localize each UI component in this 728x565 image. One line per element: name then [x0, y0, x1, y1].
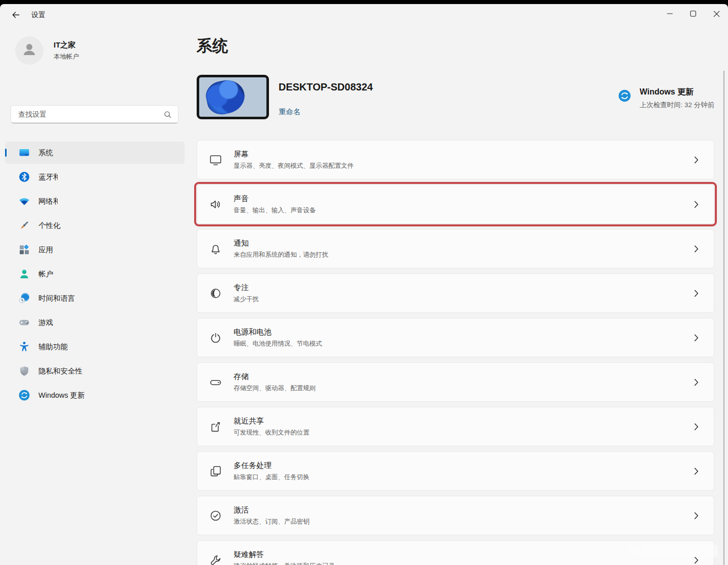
chevron-right-icon: [694, 156, 699, 164]
chevron-right-icon: [694, 201, 699, 208]
sidebar-item-label: 网络和: [38, 197, 58, 206]
storage-icon: [209, 375, 222, 389]
device-thumbnail: [197, 75, 269, 119]
settings-row-storage[interactable]: 存储 存储空间、驱动器、配置规则: [197, 362, 714, 402]
device-name: DESKTOP-SD08324: [279, 81, 373, 93]
settings-row-display[interactable]: 屏幕 显示器、亮度、夜间模式、显示器配置文件: [197, 140, 714, 179]
network-icon: [18, 195, 30, 207]
settings-row-multitasking[interactable]: 多任务处理 贴靠窗口、桌面、任务切换: [197, 451, 714, 491]
chevron-right-icon: [694, 556, 699, 564]
update-title: Windows 更新: [640, 87, 714, 98]
bluetooth-icon: [18, 171, 30, 183]
personalization-icon: [18, 219, 30, 231]
sidebar-item-label: Windows 更新: [38, 391, 85, 400]
chevron-right-icon: [694, 290, 699, 297]
avatar: [15, 36, 43, 65]
activation-icon: [209, 509, 222, 523]
row-subtitle: 睡眠、电池使用情况、节电模式: [234, 340, 694, 348]
row-title: 激活: [234, 505, 694, 515]
row-subtitle: 建议的疑难解答、关注项和历史记录: [234, 562, 694, 565]
row-subtitle: 存储空间、驱动器、配置规则: [234, 384, 694, 393]
sidebar-item-personalization[interactable]: 个性化: [5, 214, 185, 237]
accounts-icon: [18, 268, 30, 280]
row-title: 疑难解答: [234, 550, 694, 559]
chevron-right-icon: [694, 423, 699, 431]
wallpaper-bloom: [203, 77, 248, 117]
settings-row-power[interactable]: 电源和电池 睡眠、电池使用情况、节电模式: [197, 318, 714, 357]
row-subtitle: 音量、输出、输入、声音设备: [234, 206, 694, 215]
user-icon: [21, 41, 38, 60]
row-subtitle: 显示器、亮度、夜间模式、显示器配置文件: [234, 162, 694, 170]
sidebar-nav: 系统 蓝牙和 网络和 个性化 应用 帐户 时间和语言 游戏 辅助功能 隐私和安全…: [5, 142, 185, 408]
search-input[interactable]: [17, 110, 163, 119]
settings-window: 设置 IT之家 本地帐户: [0, 4, 728, 565]
row-title: 通知: [234, 239, 694, 248]
row-title: 多任务处理: [234, 461, 694, 470]
sidebar-item-network[interactable]: 网络和: [5, 190, 185, 212]
row-title: 就近共享: [234, 416, 694, 426]
sidebar-item-time-language[interactable]: 时间和语言: [5, 287, 185, 309]
multitasking-icon: [209, 464, 222, 478]
sidebar-item-bluetooth[interactable]: 蓝牙和: [5, 166, 185, 188]
display-icon: [209, 153, 222, 167]
focus-icon: [209, 287, 222, 300]
settings-row-nearby-sharing[interactable]: 就近共享 可发现性、收到文件的位置: [197, 407, 714, 446]
profile-name: IT之家: [54, 40, 79, 50]
chevron-right-icon: [694, 467, 699, 475]
row-subtitle: 来自应用和系统的通知，请勿打扰: [234, 251, 694, 259]
sidebar-item-label: 帐户: [38, 269, 53, 279]
accessibility-icon: [18, 341, 30, 353]
chevron-right-icon: [694, 334, 699, 342]
sound-icon: [209, 198, 222, 211]
sidebar-item-label: 蓝牙和: [38, 172, 58, 182]
sidebar-item-gaming[interactable]: 游戏: [5, 311, 185, 334]
device-header: DESKTOP-SD08324 重命名 Windows 更新 上次检查时间: 3…: [197, 75, 714, 121]
notifications-icon: [209, 242, 222, 256]
sidebar-item-label: 系统: [38, 148, 53, 158]
sidebar-item-label: 个性化: [38, 221, 61, 230]
row-title: 存储: [234, 372, 694, 382]
windows-update-icon: [618, 89, 631, 103]
page-title: 系统: [197, 35, 228, 57]
search-icon[interactable]: [163, 110, 172, 119]
row-title: 声音: [234, 194, 694, 204]
settings-row-activation[interactable]: 激活 激活状态、订阅、产品密钥: [197, 496, 714, 535]
sidebar-item-apps[interactable]: 应用: [5, 239, 185, 261]
scrollbar[interactable]: [723, 71, 724, 565]
sidebar-item-accessibility[interactable]: 辅助功能: [5, 336, 185, 358]
settings-row-troubleshoot[interactable]: 疑难解答 建议的疑难解答、关注项和历史记录: [197, 540, 714, 565]
sidebar-item-system[interactable]: 系统: [5, 142, 185, 164]
row-title: 专注: [234, 283, 694, 293]
sidebar: IT之家 本地帐户 系统 蓝牙和 网络和 个性化 应用 帐户 时间和语言 游戏: [0, 26, 190, 565]
apps-icon: [18, 244, 30, 256]
back-icon: [11, 10, 21, 22]
rename-link[interactable]: 重命名: [279, 107, 301, 117]
nearby-sharing-icon: [209, 420, 222, 434]
settings-row-sound[interactable]: 声音 音量、输出、输入、声音设备: [197, 184, 714, 224]
windows-update-icon: [18, 389, 30, 401]
privacy-icon: [18, 365, 30, 377]
row-title: 电源和电池: [234, 327, 694, 337]
row-subtitle: 贴靠窗口、桌面、任务切换: [234, 473, 694, 482]
settings-row-focus[interactable]: 专注 减少干扰: [197, 273, 714, 313]
sidebar-item-privacy[interactable]: 隐私和安全性: [5, 360, 185, 382]
back-button[interactable]: [7, 8, 24, 23]
sidebar-item-label: 时间和语言: [38, 294, 75, 303]
main-content: 系统 DESKTOP-SD08324 重命名 Windows 更新 上次检查时间…: [197, 4, 714, 565]
profile[interactable]: IT之家 本地帐户: [15, 36, 79, 65]
sidebar-item-label: 辅助功能: [38, 342, 68, 352]
chevron-right-icon: [694, 245, 699, 253]
sidebar-item-windows-update[interactable]: Windows 更新: [5, 384, 185, 406]
sidebar-item-label: 游戏: [38, 318, 53, 327]
sidebar-item-accounts[interactable]: 帐户: [5, 263, 185, 285]
settings-row-notifications[interactable]: 通知 来自应用和系统的通知，请勿打扰: [197, 229, 714, 268]
troubleshoot-icon: [209, 553, 222, 565]
update-status[interactable]: Windows 更新 上次检查时间: 32 分钟前: [618, 87, 714, 110]
time-language-icon: [18, 292, 30, 304]
profile-account-type: 本地帐户: [54, 53, 79, 61]
sidebar-item-label: 隐私和安全性: [38, 366, 82, 376]
power-icon: [209, 331, 222, 345]
row-subtitle: 减少干扰: [234, 295, 694, 304]
sidebar-item-label: 应用: [38, 245, 53, 255]
update-detail: 上次检查时间: 32 分钟前: [640, 101, 714, 110]
